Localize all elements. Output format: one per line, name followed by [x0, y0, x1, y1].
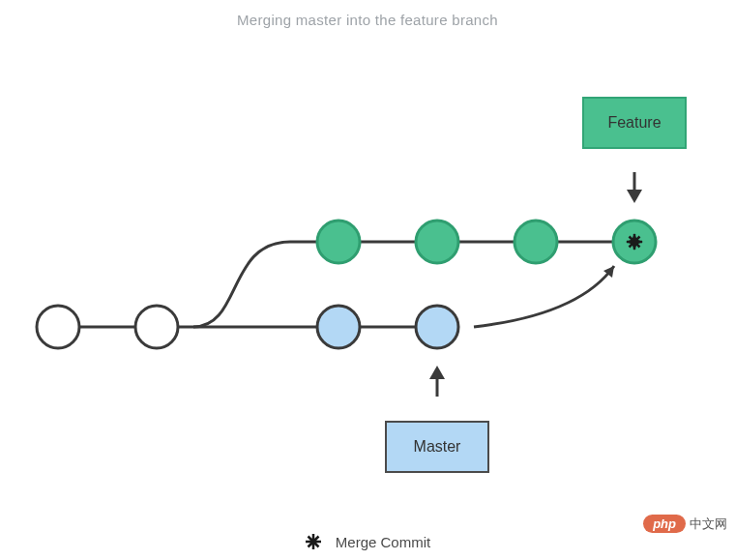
legend-text: Merge Commit: [336, 534, 430, 550]
branch-curve: [193, 242, 290, 327]
commit-master: [416, 306, 458, 348]
feature-branch-label: Feature: [582, 97, 687, 149]
commit-feature: [317, 221, 360, 263]
git-diagram: [0, 0, 735, 560]
master-label-arrowhead: [429, 366, 445, 379]
svg-point-1: [310, 539, 316, 545]
watermark-text: 中文网: [690, 516, 727, 533]
feature-branch-text: Feature: [607, 114, 661, 132]
commit-feature: [416, 221, 458, 263]
feature-label-arrowhead: [627, 190, 642, 203]
master-branch-label: Master: [385, 421, 489, 473]
commit-empty: [37, 306, 79, 348]
commit-feature: [514, 221, 557, 263]
commit-master: [317, 306, 360, 348]
legend: Merge Commit: [0, 533, 735, 550]
master-branch-text: Master: [414, 438, 461, 456]
merge-arrow-curve: [474, 266, 614, 327]
watermark: php 中文网: [643, 515, 727, 533]
php-badge: php: [643, 515, 686, 533]
commit-empty: [135, 306, 178, 348]
merge-star-icon: [305, 533, 322, 550]
